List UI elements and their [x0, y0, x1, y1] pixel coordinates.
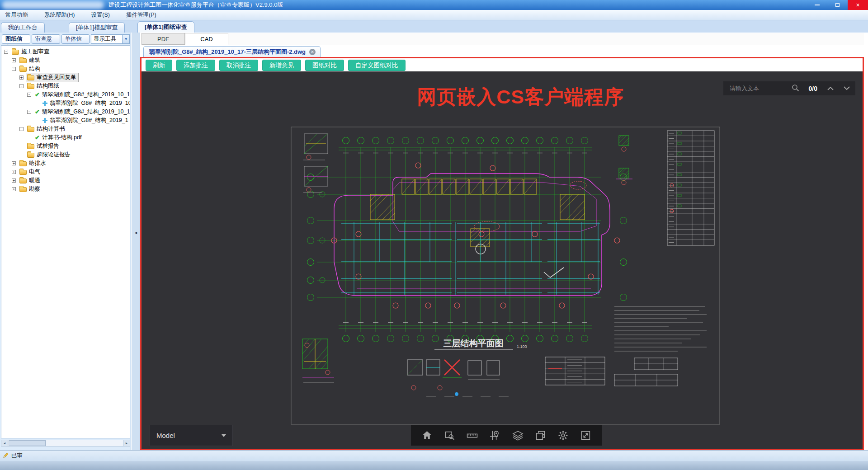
toolbar-display-select-value: 显示工具条 [91, 35, 122, 43]
expand-icon[interactable]: + [12, 170, 16, 174]
tree-item[interactable]: -结构图纸 [1, 82, 130, 90]
cad-drawing: 三层结构平面图1:100 [291, 127, 720, 425]
folder-icon [19, 187, 27, 192]
tree-item[interactable]: +暖通 [1, 176, 130, 185]
tree-horizontal-scrollbar[interactable]: ◄ ► [1, 440, 130, 446]
tree-item-label: 翡翠湖别院_G8#_结构_2019_10_17-E [42, 108, 130, 116]
tree-item[interactable]: 翡翠湖别院_G8#_结构_2019_1 [1, 116, 130, 125]
collapse-panel-icon[interactable]: ◄ [134, 230, 138, 235]
window-bottom-edge [0, 461, 868, 470]
tree-item[interactable]: +审查意见回复单 [1, 73, 130, 82]
tree-item[interactable]: ✔计算书-结构.pdf [1, 133, 130, 142]
fullscreen-icon[interactable] [580, 430, 592, 442]
tree-item[interactable]: +给排水 [1, 159, 130, 168]
tree-item-label: 建筑 [29, 56, 40, 64]
title-bar: 建设工程设计施工图一体化审查服务平台（审查专家版）V2.9.0.0版 × [0, 0, 868, 10]
search-prev-button[interactable] [827, 86, 834, 90]
collapse-icon[interactable]: - [27, 110, 31, 114]
scrollbar-thumb[interactable] [9, 440, 46, 446]
folder-icon [12, 50, 19, 55]
expand-icon[interactable]: + [12, 179, 16, 183]
close-file-icon[interactable]: ✕ [309, 49, 316, 55]
left-panel: 图纸信息 审查意见 单体信息 显示工具条 ▼ -施工图审查+建筑-结构+审查意见… [0, 33, 131, 450]
folder-icon [27, 127, 34, 132]
search-input[interactable] [729, 85, 792, 92]
search-next-button[interactable] [844, 86, 850, 90]
collapse-icon[interactable]: - [19, 84, 24, 88]
folder-icon [19, 161, 27, 166]
file-tab-label: 翡翠湖别院_G8#_结构_2019_10_17-三层结构平面图-2.dwg [149, 48, 306, 56]
expand-icon[interactable]: + [19, 75, 24, 80]
measure-icon[interactable] [467, 430, 478, 442]
toolbar-display-select[interactable]: 显示工具条 ▼ [91, 34, 130, 44]
folder-icon [19, 179, 27, 183]
menu-settings[interactable]: 设置(S) [91, 11, 110, 19]
tree-item[interactable]: -结构计算书 [1, 125, 130, 133]
collapse-icon[interactable]: - [27, 93, 31, 97]
search-match-counter: 0/0 [809, 85, 817, 92]
model-space-dropdown[interactable]: Model [150, 425, 233, 446]
tree-item[interactable]: 翡翠湖别院_G8#_结构_2019_10_1 [1, 99, 130, 108]
maximize-icon [835, 3, 840, 7]
layers-icon[interactable] [512, 430, 524, 442]
plus-icon [42, 118, 47, 123]
panel-tab-review-opinion[interactable]: 审查意见 [32, 34, 60, 44]
search-icon[interactable] [792, 84, 799, 93]
drawing-compare-button[interactable]: 图纸对比 [305, 60, 344, 71]
tree-item[interactable]: +电气 [1, 168, 130, 176]
panel-splitter[interactable]: ◄ [132, 33, 140, 450]
chevron-down-icon[interactable]: ▼ [122, 35, 129, 43]
add-annotation-button[interactable]: 添加批注 [176, 60, 215, 71]
tree-item-label: 给排水 [29, 160, 46, 167]
tree-item[interactable]: 试桩报告 [1, 142, 130, 150]
tab-pdf[interactable]: PDF [142, 33, 185, 45]
expand-icon[interactable]: + [12, 58, 16, 62]
custom-drawing-compare-button[interactable]: 自定义图纸对比 [348, 60, 406, 71]
tree-item[interactable]: -✔翡翠湖别院_G8#_结构_2019_10_17-三 [1, 90, 130, 99]
refresh-button[interactable]: 刷新 [146, 60, 172, 71]
folder-icon [19, 67, 27, 72]
tree-item[interactable]: +建筑 [1, 56, 130, 65]
folder-icon [27, 75, 34, 80]
close-icon: × [856, 1, 859, 9]
new-opinion-button[interactable]: 新增意见 [262, 60, 301, 71]
file-tab[interactable]: 翡翠湖别院_G8#_结构_2019_10_17-三层结构平面图-2.dwg ✕ [143, 46, 321, 57]
workspace-tab-bar: 我的工作台 [单体1]模型审查 [单体1]图纸审查 [0, 20, 868, 33]
settings-icon[interactable] [557, 430, 569, 442]
maximize-button[interactable] [827, 0, 848, 10]
project-tree: -施工图审查+建筑-结构+审查意见回复单-结构图纸-✔翡翠湖别院_G8#_结构_… [1, 45, 130, 438]
tree-item[interactable]: 超限论证报告 [1, 150, 130, 159]
tree-item[interactable]: +勘察 [1, 185, 130, 193]
tree-item[interactable]: -✔翡翠湖别院_G8#_结构_2019_10_17-E [1, 108, 130, 116]
tree-item[interactable]: -结构 [1, 65, 130, 73]
close-button[interactable]: × [848, 0, 868, 10]
scroll-right-icon[interactable]: ► [123, 440, 130, 446]
folder-icon [27, 84, 34, 89]
menu-system-help[interactable]: 系统帮助(H) [44, 11, 75, 19]
panel-tab-drawing-info[interactable]: 图纸信息 [2, 34, 30, 44]
zoom-window-icon[interactable] [443, 430, 455, 442]
collapse-icon[interactable]: - [12, 67, 16, 71]
panel-tab-unit-info[interactable]: 单体信息 [61, 34, 90, 44]
tree-item[interactable]: -施工图审查 [1, 47, 130, 56]
tab-model-review[interactable]: [单体1]模型审查 [69, 22, 125, 33]
tab-my-workbench[interactable]: 我的工作台 [1, 22, 45, 33]
expand-icon[interactable]: + [12, 187, 16, 191]
tree-item-label: 暖通 [29, 177, 40, 184]
collapse-icon[interactable]: - [19, 127, 24, 131]
tab-cad[interactable]: CAD [185, 33, 228, 45]
menu-common-functions[interactable]: 常用功能 [5, 11, 28, 19]
check-icon: ✔ [35, 109, 40, 115]
menu-plugin-manager[interactable]: 插件管理(P) [126, 11, 156, 19]
expand-icon[interactable]: + [12, 161, 16, 165]
home-icon[interactable] [421, 430, 433, 442]
tab-drawing-review[interactable]: [单体1]图纸审查 [137, 21, 194, 33]
coordinate-pin-icon[interactable] [489, 430, 501, 442]
scroll-left-icon[interactable]: ◄ [1, 440, 8, 446]
viewports-icon[interactable] [534, 430, 546, 442]
collapse-icon[interactable]: - [4, 50, 8, 54]
window-title: 建设工程设计施工图一体化审查服务平台（审查专家版）V2.9.0.0版 [108, 0, 283, 10]
minimize-button[interactable] [807, 0, 827, 10]
menu-bar: 常用功能 系统帮助(H) 设置(S) 插件管理(P) [0, 10, 868, 20]
cancel-annotation-button[interactable]: 取消批注 [219, 60, 258, 71]
